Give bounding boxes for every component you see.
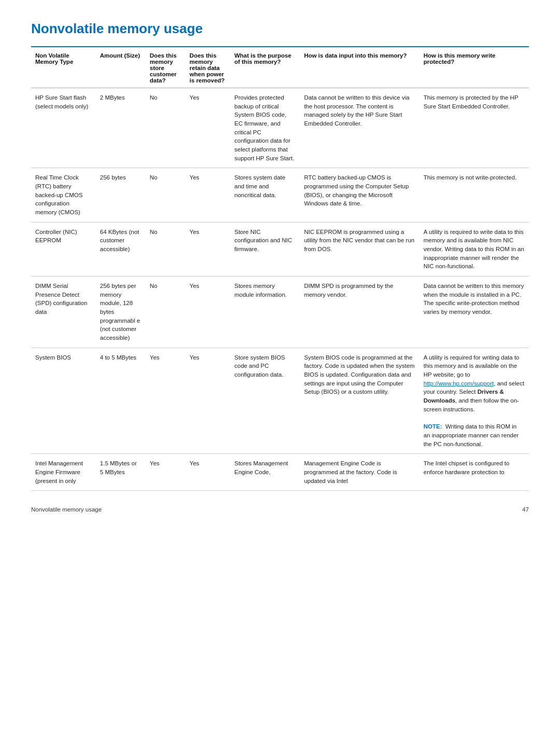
cell-purpose: Stores Management Engine Code, bbox=[230, 454, 300, 491]
cell-amount: 1.5 MBytes or 5 MBytes bbox=[96, 454, 146, 491]
page-footer: Nonvolatile memory usage 47 bbox=[31, 506, 529, 513]
header-purpose: What is the purpose of this memory? bbox=[230, 47, 300, 88]
cell-amount: 2 MBytes bbox=[96, 88, 146, 168]
cell-input: Management Engine Code is programmed at … bbox=[300, 454, 419, 491]
table-row: HP Sure Start flash (select models only)… bbox=[31, 88, 529, 168]
cell-type: DIMM Serial Presence Detect (SPD) config… bbox=[31, 277, 96, 348]
memory-table: Non VolatileMemory Type Amount (Size) Do… bbox=[31, 47, 529, 491]
header-retain: Does this memory retain data when power … bbox=[186, 47, 230, 88]
cell-type: Controller (NIC) EEPROM bbox=[31, 222, 96, 276]
cell-purpose: Stores system date and time and noncriti… bbox=[230, 168, 300, 222]
table-row: DIMM Serial Presence Detect (SPD) config… bbox=[31, 277, 529, 348]
cell-input: RTC battery backed-up CMOS is programmed… bbox=[300, 168, 419, 222]
cell-type: System BIOS bbox=[31, 348, 96, 453]
cell-amount: 64 KBytes (not customer accessible) bbox=[96, 222, 146, 276]
cell-type: HP Sure Start flash (select models only) bbox=[31, 88, 96, 168]
header-store: Does this memory store customer data? bbox=[146, 47, 186, 88]
cell-store: Yes bbox=[146, 454, 186, 491]
note-label: NOTE: bbox=[424, 423, 445, 430]
table-row: Controller (NIC) EEPROM 64 KBytes (not c… bbox=[31, 222, 529, 276]
footer-page-number: 47 bbox=[522, 506, 529, 513]
cell-type: Real Time Clock (RTC) battery backed-up … bbox=[31, 168, 96, 222]
cell-amount: 256 bytes per memory module, 128 bytes p… bbox=[96, 277, 146, 348]
cell-input: Data cannot be written to this device vi… bbox=[300, 88, 419, 168]
table-row: System BIOS 4 to 5 MBytes Yes Yes Store … bbox=[31, 348, 529, 453]
cell-store: No bbox=[146, 168, 186, 222]
table-header-row: Non VolatileMemory Type Amount (Size) Do… bbox=[31, 47, 529, 88]
cell-purpose: Provides protected backup of critical Sy… bbox=[230, 88, 300, 168]
cell-retain: Yes bbox=[186, 168, 230, 222]
cell-input: NIC EEPROM is programmed using a utility… bbox=[300, 222, 419, 276]
cell-protect: The Intel chipset is configured to enfor… bbox=[419, 454, 529, 491]
cell-amount: 4 to 5 MBytes bbox=[96, 348, 146, 453]
cell-amount: 256 bytes bbox=[96, 168, 146, 222]
header-amount: Amount (Size) bbox=[96, 47, 146, 88]
cell-store: No bbox=[146, 88, 186, 168]
cell-retain: Yes bbox=[186, 222, 230, 276]
cell-protect: This memory is not write-protected. bbox=[419, 168, 529, 222]
hp-support-link[interactable]: http://www.hp.com/support bbox=[424, 380, 494, 386]
table-row: Real Time Clock (RTC) battery backed-up … bbox=[31, 168, 529, 222]
bios-protect-text-1: A utility is required for writing data t… bbox=[424, 354, 520, 378]
cell-store: Yes bbox=[146, 348, 186, 453]
cell-purpose: Store system BIOS code and PC configurat… bbox=[230, 348, 300, 453]
cell-input: System BIOS code is programmed at the fa… bbox=[300, 348, 419, 453]
table-row: Intel Management Engine Firmware (presen… bbox=[31, 454, 529, 491]
cell-store: No bbox=[146, 222, 186, 276]
cell-retain: Yes bbox=[186, 454, 230, 491]
cell-purpose: Store NIC configuration and NIC firmware… bbox=[230, 222, 300, 276]
cell-retain: Yes bbox=[186, 88, 230, 168]
cell-protect-bios: A utility is required for writing data t… bbox=[419, 348, 529, 453]
cell-store: No bbox=[146, 277, 186, 348]
cell-retain: Yes bbox=[186, 348, 230, 453]
cell-input: DIMM SPD is programmed by the memory ven… bbox=[300, 277, 419, 348]
cell-protect: This memory is protected by the HP Sure … bbox=[419, 88, 529, 168]
cell-protect: A utility is required to write data to t… bbox=[419, 222, 529, 276]
header-protect: How is this memory write protected? bbox=[419, 47, 529, 88]
cell-type: Intel Management Engine Firmware (presen… bbox=[31, 454, 96, 491]
cell-protect: Data cannot be written to this memory wh… bbox=[419, 277, 529, 348]
cell-purpose: Stores memory module information. bbox=[230, 277, 300, 348]
footer-label: Nonvolatile memory usage bbox=[31, 506, 102, 513]
page-title: Nonvolatile memory usage bbox=[31, 21, 529, 37]
header-input: How is data input into this memory? bbox=[300, 47, 419, 88]
header-type: Non VolatileMemory Type bbox=[31, 47, 96, 88]
cell-retain: Yes bbox=[186, 277, 230, 348]
